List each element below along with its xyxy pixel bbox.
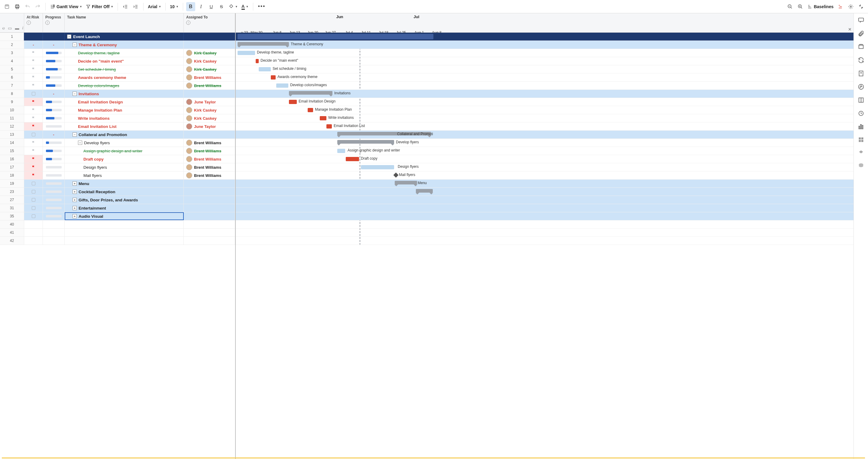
grid-row[interactable]: 12Email Invitation ListJune Taylor [0,122,235,131]
font-size-dropdown[interactable]: 10 ▼ [168,2,180,11]
gantt-bar[interactable] [256,59,259,63]
fill-color-button[interactable]: ▼ [227,2,239,11]
gantt-row[interactable] [236,196,854,204]
gantt-bar[interactable] [395,181,417,184]
gantt-bar[interactable] [289,91,333,95]
refresh-icon[interactable] [858,57,864,63]
collapse-toggle[interactable]: + [72,214,77,218]
grid-row[interactable]: 13-−Collateral and Promotion [0,131,235,139]
gantt-row[interactable]: Collateral and Promoti [236,131,854,139]
atrisk-cell[interactable] [24,172,43,179]
conversations-icon[interactable] [858,17,864,24]
progress-cell[interactable] [43,122,65,130]
assigned-cell[interactable]: Brent Williams [184,82,235,90]
progress-cell[interactable] [43,65,65,73]
taskname-cell[interactable]: Assign graphic design and writer [65,147,184,155]
taskname-cell[interactable]: +Menu [65,180,184,187]
activity-icon[interactable] [858,84,864,90]
gantt-bar[interactable] [276,84,288,88]
gantt-row[interactable]: Mail flyers [236,172,854,180]
gantt-bar[interactable] [238,34,433,39]
assigned-cell[interactable] [184,196,235,204]
taskname-cell[interactable]: Email Invitation List [65,122,184,130]
gantt-row[interactable]: Email Invitation List [236,122,854,131]
gantt-bar[interactable] [308,108,313,112]
progress-cell[interactable] [43,114,65,122]
assigned-cell[interactable]: Brent Williams [184,147,235,155]
zoom-out-button[interactable] [785,2,795,11]
grid-row[interactable]: 3Develop theme, taglineKirk Caskey [0,49,235,57]
taskname-cell[interactable]: +Cocktail Reception [65,188,184,196]
collapse-toggle[interactable]: + [72,181,77,186]
grid-row[interactable]: 5Set schedule / timingKirk Caskey [0,65,235,73]
grid-row[interactable]: 7Develop colors/imagesBrent Williams [0,82,235,90]
grid-row[interactable]: 15Assign graphic design and writerBrent … [0,147,235,155]
grid-row[interactable]: 6Awards ceremony themeBrent Williams [0,73,235,82]
progress-cell[interactable]: - [43,131,65,139]
assigned-cell[interactable]: Brent Williams [184,155,235,163]
grid-row[interactable]: 2--−Theme & Ceremony [0,41,235,49]
taskname-cell[interactable]: +Audio Visual [65,212,184,220]
grid-row[interactable]: 41 [0,228,235,237]
atrisk-cell[interactable] [24,106,43,114]
atrisk-cell[interactable] [24,155,43,163]
atrisk-cell[interactable] [24,33,43,40]
gantt-row[interactable]: Develop theme, tagline [236,49,854,57]
grid-row[interactable]: 11Write invitationsKirk Caskey [0,114,235,122]
progress-cell[interactable] [43,196,65,204]
gantt-row[interactable]: Develop flyers [236,139,854,147]
gantt-row[interactable]: Draft copy [236,155,854,163]
progress-cell[interactable] [43,237,65,245]
gantt-row[interactable] [236,188,854,196]
gantt-bar[interactable] [327,124,332,128]
grid-row[interactable]: 9Email Invitation DesignJune Taylor [0,98,235,106]
taskname-cell[interactable]: Draft copy [65,155,184,163]
atrisk-cell[interactable] [24,196,43,204]
assigned-cell[interactable] [184,212,235,220]
taskname-cell[interactable]: Develop colors/images [65,82,184,90]
grid-row[interactable]: 35+Audio Visual [0,212,235,220]
taskname-cell[interactable]: Write invitations [65,114,184,122]
baselines-dropdown[interactable]: Baselines [806,2,835,11]
progress-cell[interactable]: - [43,90,65,98]
atrisk-cell[interactable] [24,49,43,57]
progress-cell[interactable] [43,73,65,81]
grid-row[interactable]: 4Decide on "main event"Kirk Caskey [0,57,235,65]
redo-button[interactable] [33,2,42,11]
taskname-cell[interactable]: Design flyers [65,163,184,171]
assigned-cell[interactable] [184,237,235,245]
view-dropdown[interactable]: Gantt View ▼ [49,2,84,11]
collapse-toggle[interactable]: + [72,198,77,202]
atrisk-cell[interactable] [24,204,43,212]
grid-row[interactable]: 27+Gifts, Door Prizes, and Awards [0,196,235,204]
taskname-cell[interactable]: Manage Invitation Plan [65,106,184,114]
progress-cell[interactable]: - [43,41,65,49]
taskname-cell[interactable]: Set schedule / timing [65,65,184,73]
gantt-bar[interactable] [361,165,394,169]
gantt-bar[interactable] [320,116,327,120]
collapse-toggle[interactable]: − [72,132,77,137]
assigned-cell[interactable]: Kirk Caskey [184,114,235,122]
progress-cell[interactable] [43,163,65,171]
collapse-toggle[interactable]: − [72,43,77,47]
gantt-row[interactable]: Decide on "main event" [236,57,854,65]
proofs-icon[interactable] [858,43,864,50]
milestone-diamond[interactable] [394,173,399,178]
save-button[interactable] [2,2,11,11]
progress-cell[interactable] [43,212,65,220]
gantt-row[interactable]: Email Invitation Design [236,98,854,106]
atrisk-cell[interactable] [24,131,43,139]
grid-row[interactable]: 10℮Manage Invitation PlanKirk Caskey [0,106,235,114]
assigned-cell[interactable] [184,41,235,49]
atrisk-cell[interactable] [24,228,43,237]
settings-button[interactable] [846,2,855,11]
atrisk-cell[interactable] [24,73,43,81]
assigned-cell[interactable] [184,33,235,40]
filter-dropdown[interactable]: Filter Off ▼ [85,2,115,11]
strikethrough-button[interactable]: S [217,2,226,11]
atrisk-cell[interactable] [24,98,43,106]
grid-row[interactable]: 40 [0,220,235,228]
progress-cell[interactable] [43,188,65,196]
gantt-row[interactable]: Assign graphic design and writer [236,147,854,155]
assigned-cell[interactable] [184,188,235,196]
